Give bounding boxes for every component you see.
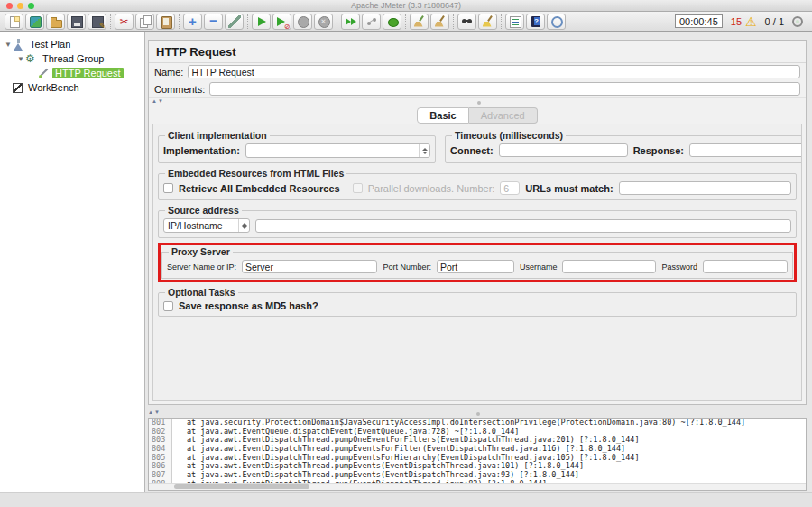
proxy-password-input[interactable] (703, 260, 788, 273)
remote-stop-icon (365, 15, 378, 28)
combo-stepper-icon[interactable] (419, 144, 429, 157)
expand-all-button[interactable] (183, 14, 202, 30)
remote-shutdown-icon (386, 15, 399, 28)
connect-timeout-label: Connect: (450, 145, 494, 156)
source-address-input[interactable] (255, 219, 791, 233)
paste-button[interactable] (156, 14, 175, 30)
new-button[interactable] (5, 14, 23, 30)
tree-node-workbench[interactable]: WorkBench (0, 80, 144, 95)
start-button[interactable] (252, 14, 271, 30)
clear-button[interactable] (410, 14, 429, 30)
shutdown-button[interactable] (314, 14, 333, 30)
tree-node-http-request[interactable]: HTTP Request (0, 66, 144, 80)
clear-all-icon (434, 15, 447, 28)
toolbar: 00:00:45 15 ⚠ 0 / 1 (0, 12, 812, 32)
log-errors-indicator[interactable]: 15 ⚠ (731, 15, 757, 28)
proxy-server-name-input[interactable] (242, 260, 377, 273)
proxy-username-input[interactable] (562, 260, 656, 273)
toolbar-separator (405, 14, 406, 29)
disclosure-triangle-icon[interactable]: ▼ (16, 55, 25, 63)
save-as-button[interactable] (88, 14, 106, 30)
implementation-combobox[interactable] (245, 143, 430, 158)
scrollbar-thumb[interactable] (174, 484, 309, 489)
name-row: Name: (149, 63, 806, 80)
source-address-type-value: IP/Hostname (164, 220, 238, 231)
help-button[interactable] (526, 14, 545, 30)
urls-must-match-input[interactable] (619, 181, 791, 195)
about-icon (550, 15, 563, 28)
minimize-window-button[interactable] (17, 3, 23, 9)
combo-stepper-icon[interactable] (238, 219, 249, 232)
collapse-all-button[interactable] (204, 14, 223, 30)
log-splitter[interactable]: ▲▼ (146, 410, 807, 418)
cut-icon (118, 15, 131, 28)
splitter-handle-icon[interactable] (477, 101, 481, 105)
about-button[interactable] (547, 14, 566, 30)
remote-start-icon (345, 15, 357, 28)
toolbar-separator (179, 14, 180, 29)
source-address-type-combobox[interactable]: IP/Hostname (163, 218, 250, 233)
test-plan-tree[interactable]: ▼Test Plan▼Thread GroupHTTP RequestWorkB… (0, 32, 145, 492)
response-timeout-input[interactable] (689, 143, 802, 157)
copy-button[interactable] (135, 14, 154, 30)
timeouts-section: Timeouts (milliseconds) Connect: Respons… (445, 130, 802, 163)
header-splitter[interactable]: ▲▼ (149, 98, 806, 106)
splitter-arrows-icon[interactable]: ▲▼ (152, 98, 164, 104)
remote-shutdown-all-button[interactable] (383, 14, 401, 30)
templates-button[interactable] (25, 14, 44, 30)
cut-button[interactable] (115, 14, 134, 30)
toggle-icon (228, 15, 241, 28)
start-no-timers-button[interactable] (272, 14, 291, 30)
shutdown-icon (318, 15, 330, 28)
client-implementation-legend: Client implementation (165, 130, 270, 141)
tree-node-label: HTTP Request (52, 68, 124, 78)
search-button[interactable] (457, 14, 476, 30)
http-sampler-icon (38, 68, 50, 79)
save-button[interactable] (67, 14, 86, 30)
connect-timeout-input[interactable] (499, 143, 628, 157)
thread-group-icon (25, 53, 37, 65)
stop-button[interactable] (293, 14, 312, 30)
name-label: Name: (154, 67, 183, 78)
log-viewer[interactable]: 801at java.security.ProtectionDomain$Jav… (148, 418, 807, 491)
stop-icon (297, 15, 309, 28)
function-helper-button[interactable] (505, 14, 524, 30)
remote-stop-all-button[interactable] (362, 14, 381, 30)
clear-all-button[interactable] (430, 14, 449, 30)
search-icon (461, 15, 474, 28)
start-icon (255, 15, 268, 28)
splitter-handle-icon[interactable] (476, 412, 480, 416)
comments-input[interactable] (209, 82, 800, 96)
help-icon (530, 15, 542, 28)
tab-basic[interactable]: Basic (417, 107, 468, 124)
tree-node-thread-group[interactable]: ▼Thread Group (0, 51, 144, 66)
retrieve-embedded-checkbox[interactable] (163, 183, 173, 193)
md5-hash-checkbox[interactable] (163, 301, 173, 311)
elapsed-timer: 00:00:45 (675, 14, 723, 28)
proxy-port-input[interactable] (437, 260, 514, 273)
open-button[interactable] (46, 14, 65, 30)
toggle-button[interactable] (225, 14, 244, 30)
toolbar-separator (337, 14, 337, 29)
active-threads-count: 0 / 1 (765, 16, 784, 27)
search-reset-icon (482, 15, 494, 28)
splitter-arrows-icon[interactable]: ▲▼ (148, 410, 161, 415)
embedded-resources-section: Embedded Resources from HTML Files Retri… (158, 168, 797, 200)
toolbar-separator (110, 14, 111, 29)
close-window-button[interactable] (6, 3, 13, 9)
search-reset-button[interactable] (478, 14, 497, 30)
http-request-editor: HTTP Request Name: Comments: ▲▼ Basic Ad… (148, 40, 807, 405)
zoom-window-button[interactable] (28, 3, 34, 9)
tree-node-test-plan[interactable]: ▼Test Plan (0, 37, 144, 51)
optional-tasks-section: Optional Tasks Save response as MD5 hash… (158, 287, 797, 317)
client-implementation-section: Client implementation Implementation: (158, 130, 436, 163)
log-horizontal-scrollbar[interactable] (149, 483, 806, 490)
remote-start-all-button[interactable] (341, 14, 360, 30)
source-address-section: Source address IP/Hostname (158, 205, 797, 238)
jmeter-window: Apache JMeter (3.3 r1808647) 00:00:45 15… (0, 0, 812, 507)
bottom-strip (0, 492, 812, 507)
disclosure-triangle-icon[interactable]: ▼ (4, 41, 13, 49)
name-input[interactable] (188, 65, 800, 78)
save-as-icon (91, 15, 104, 28)
clear-icon (413, 15, 426, 28)
